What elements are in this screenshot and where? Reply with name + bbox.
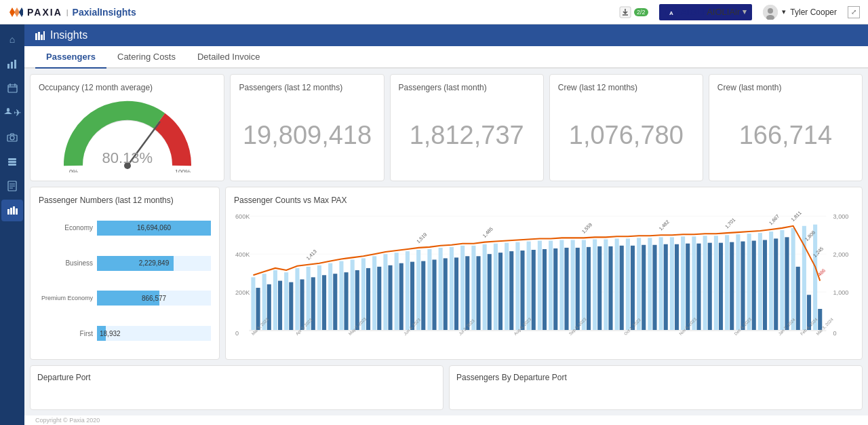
svg-rect-82 — [432, 259, 436, 330]
svg-rect-93 — [494, 244, 498, 330]
svg-rect-62 — [322, 275, 326, 330]
svg-rect-53 — [273, 270, 277, 330]
svg-rect-9 — [7, 64, 9, 69]
svg-rect-94 — [498, 253, 502, 330]
svg-rect-138 — [741, 242, 745, 330]
svg-rect-89 — [471, 246, 475, 330]
pax-by-port-title: Passengers By Departure Port — [456, 373, 855, 382]
svg-text:1,519: 1,519 — [416, 232, 428, 245]
tab-passengers[interactable]: Passengers — [35, 46, 106, 69]
sidebar-item-camera[interactable] — [1, 126, 23, 148]
insights-title: Insights — [50, 29, 87, 41]
pax-1m-value: 1,812,737 — [410, 121, 524, 150]
bar-track-premium: 866,577 — [97, 291, 211, 306]
svg-rect-56 — [289, 282, 293, 330]
svg-rect-113 — [604, 239, 608, 330]
sidebar-item-insights[interactable] — [1, 53, 23, 75]
svg-rect-132 — [708, 243, 712, 330]
svg-rect-92 — [488, 254, 492, 330]
sidebar-item-calendar[interactable] — [1, 77, 23, 99]
svg-rect-28 — [16, 208, 18, 215]
pax-12m-title: Passengers (last 12 months) — [239, 83, 375, 92]
svg-text:0: 0 — [235, 330, 239, 337]
hbar-chart: Economy 16,694,060 Business 2,229,849 — [39, 210, 211, 351]
brand-chevron: ▾ — [743, 7, 747, 16]
svg-rect-84 — [443, 258, 448, 330]
svg-rect-106 — [564, 248, 568, 330]
app-title: PaxialInsights — [73, 7, 136, 18]
svg-rect-26 — [10, 208, 12, 215]
crew-12m-value: 1,076,780 — [569, 121, 684, 150]
column-chart-area: 600K 400K 200K 0 3,000 2,000 1,000 0 — [234, 210, 854, 351]
tab-catering-costs[interactable]: Catering Costs — [106, 46, 186, 69]
bar-label-economy: Economy — [39, 224, 93, 232]
sidebar-item-home[interactable]: ⌂ — [1, 29, 23, 50]
kpi-occupancy: Occupancy (12 month average) — [30, 74, 224, 181]
pax-1m-title: Passengers (last month) — [399, 83, 535, 92]
svg-rect-54 — [278, 281, 282, 330]
svg-rect-90 — [476, 256, 480, 330]
tabs: Passengers Catering Costs Detailed Invoi… — [24, 46, 868, 69]
svg-rect-67 — [351, 259, 355, 330]
svg-rect-112 — [597, 246, 601, 330]
bar-label-business: Business — [39, 259, 93, 267]
svg-rect-77 — [406, 251, 410, 330]
sidebar-item-flights[interactable]: ✈ — [1, 102, 23, 124]
svg-text:1,559: 1,559 — [581, 222, 593, 235]
svg-rect-141 — [758, 233, 762, 330]
svg-rect-102 — [542, 249, 547, 330]
svg-rect-96 — [509, 251, 513, 330]
svg-rect-58 — [300, 279, 304, 330]
tab-detailed-invoice[interactable]: Detailed Invoice — [186, 46, 271, 69]
svg-rect-118 — [631, 246, 635, 330]
svg-rect-71 — [372, 256, 376, 330]
user-name: Tyler Cooper — [790, 7, 837, 17]
svg-marker-0 — [9, 7, 15, 17]
svg-rect-86 — [454, 257, 458, 330]
user-area[interactable]: ▾ Tyler Cooper — [763, 5, 837, 20]
svg-rect-98 — [520, 251, 524, 330]
download-button[interactable]: 2/2 — [619, 6, 648, 18]
svg-rect-55 — [284, 272, 288, 330]
svg-rect-130 — [696, 244, 701, 330]
crew-1m-title: Crew (last month) — [717, 83, 854, 92]
svg-rect-87 — [460, 246, 465, 330]
svg-rect-122 — [652, 245, 656, 330]
svg-text:1,000: 1,000 — [833, 289, 849, 296]
aioli-name: AIOLI — [681, 7, 705, 17]
app-shell: ⌂ ✈ — [0, 24, 868, 425]
insights-header: Insights — [24, 24, 868, 46]
svg-rect-127 — [681, 236, 685, 330]
svg-rect-125 — [670, 237, 674, 330]
nav-right: 2/2 A AIOLI AIOLIAir ▾ ▾ Tyler Cooper ⤢ — [619, 4, 860, 20]
svg-rect-133 — [714, 236, 718, 330]
svg-rect-129 — [692, 236, 696, 330]
sidebar-item-layers[interactable] — [1, 151, 23, 172]
svg-rect-108 — [576, 248, 580, 330]
svg-marker-1 — [14, 7, 20, 17]
svg-text:466: 466 — [817, 268, 827, 278]
svg-text:0%: 0% — [69, 168, 78, 172]
svg-rect-74 — [388, 265, 392, 330]
svg-rect-146 — [785, 237, 789, 330]
sidebar-item-chart[interactable] — [1, 200, 23, 221]
list-item: Premium Economy 866,577 — [39, 291, 211, 306]
svg-rect-128 — [686, 244, 690, 330]
svg-rect-149 — [802, 226, 806, 330]
svg-rect-114 — [608, 246, 612, 330]
chevron-down-icon: ▾ — [782, 7, 786, 16]
svg-rect-107 — [571, 240, 575, 330]
svg-rect-29 — [35, 33, 37, 40]
download-badge: 2/2 — [634, 8, 648, 16]
svg-rect-32 — [43, 31, 45, 40]
svg-rect-120 — [642, 245, 646, 330]
footer: Copyright © Paxia 2020 — [24, 415, 868, 425]
sidebar-item-reports[interactable] — [1, 175, 23, 197]
svg-rect-110 — [587, 247, 591, 330]
bar-value-economy: 16,694,060 — [137, 224, 171, 232]
svg-text:1,413: 1,413 — [305, 248, 317, 261]
bar-chart-icon — [35, 31, 45, 40]
svg-rect-64 — [333, 274, 337, 330]
expand-icon[interactable]: ⤢ — [848, 6, 860, 18]
svg-rect-52 — [267, 284, 271, 330]
